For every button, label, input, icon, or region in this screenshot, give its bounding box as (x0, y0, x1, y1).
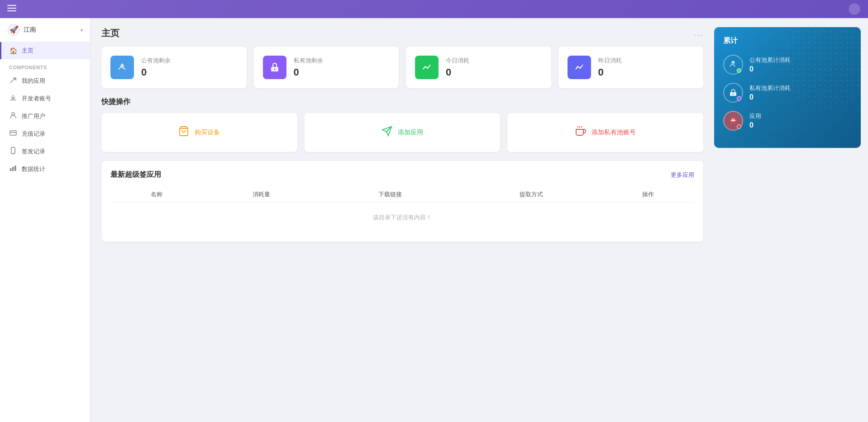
acc-public-value: 0 (749, 65, 791, 73)
menu-icon[interactable] (7, 4, 16, 15)
today-label: 今日消耗 (446, 57, 469, 65)
private-pool-icon (263, 56, 286, 79)
sidebar-item-data-stats[interactable]: 数据统计 (0, 160, 90, 178)
acc-public-icon (723, 55, 743, 75)
send-icon (9, 76, 17, 85)
svg-rect-29 (731, 120, 735, 121)
yesterday-value: 0 (598, 66, 622, 78)
table-more-link[interactable]: 更多应用 (671, 171, 694, 179)
private-pool-info: 私有池剩余 0 (294, 57, 323, 78)
col-consume: 消耗量 (203, 187, 320, 203)
col-name: 名称 (110, 187, 203, 203)
sidebar-brand[interactable]: 🚀 江南 ▾ (0, 18, 90, 42)
svg-rect-9 (10, 131, 16, 135)
svg-point-25 (733, 94, 734, 95)
col-extract: 提取方式 (461, 187, 601, 203)
acc-apps-value: 0 (749, 121, 761, 129)
stat-card-public-pool: 公有池剩余 0 (101, 47, 247, 88)
private-pool-label: 私有池剩余 (294, 57, 323, 65)
today-value: 0 (446, 66, 469, 78)
public-pool-info: 公有池剩余 0 (141, 57, 171, 78)
svg-line-7 (10, 77, 16, 83)
today-info: 今日消耗 0 (446, 57, 469, 78)
acc-apps-icon (723, 111, 743, 131)
quick-add-app[interactable]: 添加应用 (305, 113, 501, 152)
sidebar-item-invoice[interactable]: 签发记录 (0, 142, 90, 160)
acc-item-apps: 应用 0 (723, 111, 852, 131)
sidebar-item-my-apps[interactable]: 我的应用 (0, 72, 90, 90)
stats-row: 公有池剩余 0 私有池剩余 0 (101, 47, 703, 88)
acc-private-value: 0 (749, 93, 791, 101)
quick-add-private[interactable]: 添加私有池账号 (507, 113, 703, 152)
brand-logo: 🚀 (7, 24, 20, 36)
yesterday-icon (568, 56, 591, 79)
page-title: 主页 (101, 27, 119, 39)
acc-item-private: 私有池累计消耗 0 (723, 83, 852, 103)
acc-private-label: 私有池累计消耗 (749, 84, 791, 92)
brand-name: 江南 (24, 26, 36, 34)
accumulate-card: 累计 公有池累计消耗 0 (714, 27, 861, 148)
page-more-button[interactable]: ... (694, 28, 703, 38)
cart-icon (178, 126, 189, 139)
svg-rect-13 (10, 168, 12, 171)
home-icon: 🏠 (9, 47, 17, 54)
latest-apps-section: 最新超级签应用 更多应用 名称 消耗量 下载链接 提取方式 操作 该目录下还没有… (101, 161, 703, 242)
svg-text:🚀: 🚀 (10, 25, 19, 34)
quick-add-app-label: 添加应用 (398, 128, 423, 137)
acc-item-public: 公有池累计消耗 0 (723, 55, 852, 75)
acc-public-dot (737, 68, 741, 73)
sidebar-item-dev-account[interactable]: 开发者账号 (0, 90, 90, 107)
sidebar-item-label: 签发记录 (22, 147, 45, 156)
table-title: 最新超级签应用 (110, 170, 161, 180)
svg-rect-0 (7, 5, 16, 6)
brand-arrow-icon: ▾ (81, 28, 83, 33)
sidebar-item-label: 推广用户 (22, 112, 45, 120)
private-pool-value: 0 (294, 66, 323, 78)
today-icon (415, 56, 439, 79)
topbar: 🚀 (0, 0, 868, 18)
quick-buy-label: 购买设备 (195, 128, 220, 137)
public-pool-label: 公有池剩余 (141, 57, 171, 65)
sidebar-item-promo-users[interactable]: 推广用户 (0, 107, 90, 125)
col-action: 操作 (601, 187, 694, 203)
stat-card-today: 今日消耗 0 (406, 47, 551, 88)
quick-actions: 购买设备 添加应用 (101, 113, 703, 152)
quick-actions-title: 快捷操作 (101, 97, 703, 107)
svg-rect-14 (12, 167, 14, 171)
right-panel: 累计 公有池累计消耗 0 (714, 18, 868, 422)
acc-private-icon (723, 83, 743, 103)
phone-icon (9, 147, 17, 156)
sidebar-item-home[interactable]: 🏠 主页 (0, 42, 90, 59)
public-pool-value: 0 (141, 66, 171, 78)
sidebar-item-label: 开发者账号 (22, 95, 51, 103)
svg-rect-15 (14, 166, 16, 171)
yesterday-info: 昨日消耗 0 (598, 57, 622, 78)
sidebar-item-label: 我的应用 (22, 77, 45, 85)
components-section-label: COMPONENTS (0, 59, 90, 72)
acc-public-label: 公有池累计消耗 (749, 56, 791, 64)
svg-point-3 (849, 3, 860, 14)
acc-private-info: 私有池累计消耗 0 (749, 84, 791, 101)
download-icon (9, 94, 17, 103)
acc-apps-info: 应用 0 (749, 112, 761, 129)
table-header: 最新超级签应用 更多应用 (110, 170, 694, 180)
empty-row: 该目录下还没有内容！ (110, 203, 694, 233)
svg-point-8 (12, 113, 14, 115)
acc-apps-label: 应用 (749, 112, 761, 120)
acc-apps-dot (737, 124, 741, 129)
empty-message: 该目录下还没有内容！ (110, 203, 694, 233)
svg-point-12 (13, 152, 14, 153)
sidebar-item-recharge[interactable]: 充值记录 (0, 125, 90, 142)
acc-public-info: 公有池累计消耗 0 (749, 56, 791, 73)
svg-point-17 (274, 69, 275, 70)
quick-buy-device[interactable]: 购买设备 (101, 113, 297, 152)
main-content: 主页 ... 公有池剩余 0 (91, 18, 714, 422)
sidebar: 🚀 江南 ▾ 🏠 主页 COMPONENTS 我的应用 (0, 18, 91, 422)
card-icon (9, 129, 17, 138)
send-icon (382, 126, 392, 139)
main-layout: 🚀 江南 ▾ 🏠 主页 COMPONENTS 我的应用 (0, 18, 868, 422)
svg-rect-2 (7, 10, 16, 11)
page-header: 主页 ... (101, 27, 703, 39)
sidebar-item-label: 充值记录 (22, 130, 45, 138)
acc-private-dot (737, 96, 741, 101)
